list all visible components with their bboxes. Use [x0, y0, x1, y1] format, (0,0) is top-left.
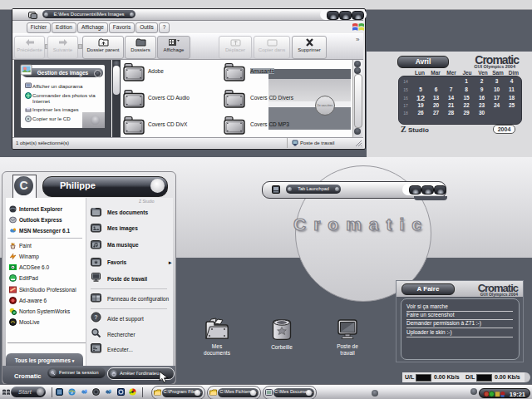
svg-text:e: e	[71, 390, 73, 395]
svg-text:?: ?	[94, 314, 97, 320]
